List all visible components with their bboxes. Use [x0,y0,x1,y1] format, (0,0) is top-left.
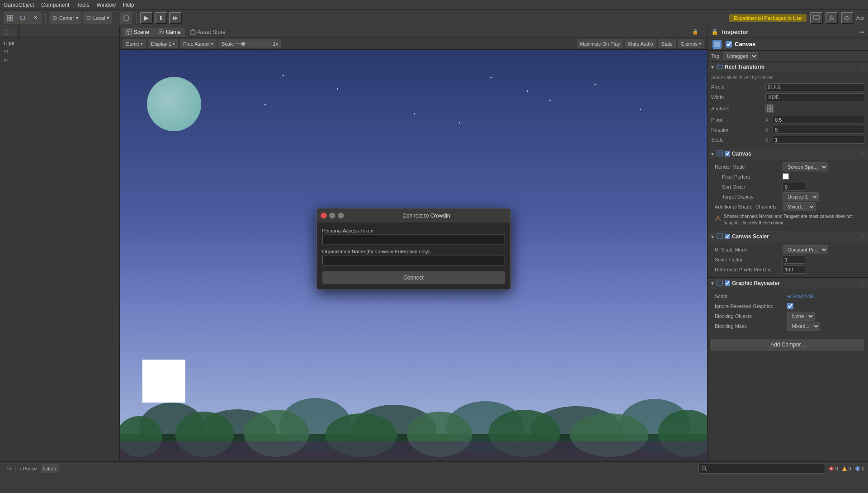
cloud-button[interactable] [841,12,854,24]
editor-btn[interactable]: Editor [41,464,59,473]
tab-scene[interactable]: Scene [122,28,154,37]
canvas-scaler-menu[interactable]: ⋮ [859,233,865,240]
graphic-raycaster-enabled[interactable] [725,280,730,286]
width-input[interactable] [765,93,864,101]
menu-help[interactable]: Help [123,2,134,8]
connect-button[interactable]: Connect [322,271,505,284]
pivot-group: X [765,116,864,124]
ref-pixels-input[interactable] [783,265,805,274]
dialog-maximize-btn[interactable] [338,212,344,218]
add-component-button[interactable]: Add Compor... [711,339,864,351]
view-lock-btn[interactable]: 🔒 [692,29,698,35]
inspector-menu-icon[interactable] [859,29,864,35]
game-display-num-btn[interactable]: Display 1 ▾ [148,39,178,48]
rotation-x-input[interactable] [773,126,864,134]
scale-x-input[interactable] [773,136,864,144]
svg-point-11 [830,16,833,19]
game-scale-btn[interactable]: Scale 1x [218,39,281,48]
space-dropdown[interactable]: Local ▾ [83,12,112,24]
account-button-2[interactable] [826,12,838,24]
left-item-m: m [2,56,118,63]
blocking-mask-dropdown[interactable]: Mixed... [787,322,820,331]
script-ref[interactable]: ⊞ GraphicR... [787,294,818,299]
info-count[interactable]: i 0 [855,466,864,471]
tab-asset-store[interactable]: Asset Store [185,28,230,37]
tag-dropdown[interactable]: Untagged [723,52,758,60]
landscape-svg [120,362,707,461]
game-display-btn[interactable]: Game ▾ [123,39,146,48]
canvas-comp-icon [717,150,723,157]
search-input[interactable] [709,466,822,471]
sort-order-input[interactable] [783,183,805,191]
toolbar-sep-3 [136,13,137,24]
canvas-comp-menu[interactable]: ⋮ [859,150,865,157]
acc-label: Acc [856,15,864,21]
play-button[interactable]: ▶ [140,12,153,24]
menu-window[interactable]: Window [96,2,116,8]
graphic-raycaster-header[interactable]: ▼ Graphic Raycaster ⋮ [708,278,868,289]
canvas-scaler-icon [717,233,723,240]
account-button-1[interactable] [810,12,823,24]
object-enabled-checkbox[interactable] [726,41,732,47]
tab-game[interactable]: Game [154,28,185,37]
rect-transform-header[interactable]: ▼ Rect Transform ⋮ [708,62,868,72]
layers-button[interactable] [120,12,132,24]
canvas-header[interactable]: ▼ Canvas ⋮ [708,148,868,159]
object-name: Canvas [735,41,755,47]
pause-button[interactable]: ⏸ [155,12,167,24]
blocking-objects-dropdown[interactable]: None [787,312,815,321]
dialog-titlebar: Connect to Crowdin [317,209,510,223]
rect-transform-menu[interactable]: ⋮ [859,63,865,71]
token-group: Personal Access Token [322,228,505,245]
canvas-enabled-checkbox[interactable] [725,151,730,156]
ui-scale-dropdown[interactable]: Constant Pi... [783,245,828,254]
svg-rect-44 [717,65,722,69]
token-label: Personal Access Token [322,228,505,233]
mute-audio-btn[interactable]: Mute Audio [625,39,656,48]
dialog-close-btn[interactable] [321,212,327,218]
pivot-dropdown[interactable]: Center ▾ [49,12,81,24]
add-shader-dropdown[interactable]: Mixed... [783,202,816,211]
left-tab-placeholder [0,26,19,38]
pos-x-input[interactable] [765,83,864,91]
scale-label: Scale [711,137,765,142]
experimental-packages-button[interactable]: Experimental Packages In Use [729,14,806,22]
dialog-body: Personal Access Token Organization Name … [317,223,510,289]
menu-component[interactable]: Component [41,2,69,8]
maximize-on-play-btn[interactable]: Maximize On Play [577,39,623,48]
render-mode-dropdown[interactable]: Screen Spa... [783,162,828,171]
pixel-perfect-checkbox[interactable] [783,173,789,180]
svg-rect-53 [717,233,722,239]
anchors-icon[interactable] [765,104,774,113]
warn-count[interactable]: ! 0 [842,466,851,471]
scale-factor-input[interactable] [783,256,805,264]
game-aspect-btn[interactable]: Free Aspect ▾ [180,39,217,48]
error-count[interactable]: 0 [829,466,838,471]
org-input[interactable] [322,255,505,266]
stats-btn[interactable]: Stats [658,39,676,48]
menu-tools[interactable]: Tools [76,2,89,8]
close-toolbar-button[interactable]: ✕ [29,12,42,24]
graphic-raycaster-menu[interactable]: ⋮ [859,280,865,287]
target-display-dropdown[interactable]: Display 1 [783,192,819,201]
ignore-reversed-row: Ignore Reversed Graphics [711,301,864,311]
svg-marker-17 [160,31,162,33]
view-more-btn[interactable]: ⋮ [700,29,705,35]
inspector-lock-icon[interactable]: 🔒 [711,28,718,35]
svg-rect-18 [190,30,195,34]
menu-gameobject[interactable]: GameObject [4,2,34,8]
gizmos-btn[interactable]: Gizmos ▾ [678,39,704,48]
ignore-reversed-checkbox[interactable] [787,303,793,309]
inspector-object-header: Canvas [708,38,868,51]
step-button[interactable]: ⏭ [169,12,182,24]
svg-rect-3 [10,19,13,21]
grid-button[interactable] [4,12,16,24]
dialog-minimize-btn[interactable] [329,212,335,218]
canvas-scaler-enabled[interactable] [725,234,730,239]
magnet-button[interactable] [16,12,29,24]
pivot-x-input[interactable] [773,116,864,124]
canvas-scaler-header[interactable]: ▼ Canvas Scaler ⋮ [708,231,868,242]
ui-scale-value: Constant Pi... [783,245,861,254]
token-input[interactable] [322,234,505,245]
inspector-header: 🔒 Inspector [708,26,868,38]
